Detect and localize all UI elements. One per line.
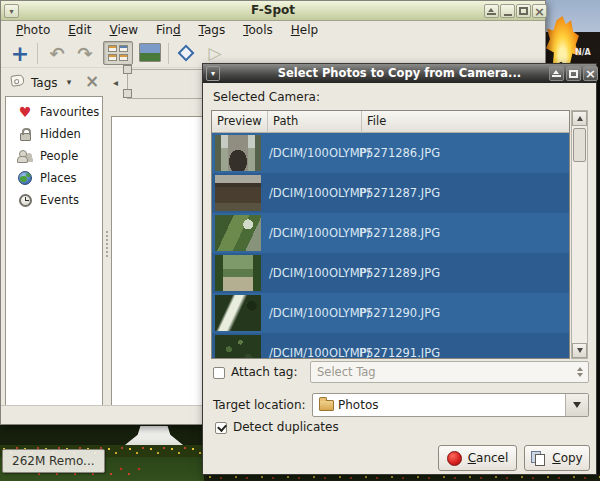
timeline-handle-bottom[interactable]: [123, 89, 132, 98]
cancel-button[interactable]: Cancel: [438, 445, 517, 471]
column-header-preview[interactable]: Preview: [212, 111, 268, 133]
spinner-icon[interactable]: [572, 367, 588, 377]
tag-label: Hidden: [40, 127, 81, 141]
target-location-combo[interactable]: Photos: [312, 393, 589, 417]
cell-path: /DCIM/100OLYMP/: [261, 226, 355, 240]
table-row[interactable]: /DCIM/100OLYMP/ P5271286.JPG: [212, 133, 569, 173]
table-row[interactable]: /DCIM/100OLYMP/ P5271288.JPG: [212, 213, 569, 253]
toolbar-separator: [168, 43, 169, 64]
copy-icon: [531, 451, 546, 466]
main-titlebar[interactable]: F-Spot: [1, 1, 545, 21]
sidebar-close-button[interactable]: ×: [83, 71, 101, 91]
desktop-volume-icon-label[interactable]: 262M Remo...: [2, 449, 105, 473]
browse-view-button[interactable]: [103, 41, 133, 65]
thumbnail-grid-icon: [108, 45, 117, 52]
table-row[interactable]: /DCIM/100OLYMP/ P5271291.JPG: [212, 333, 569, 358]
rotate-left-icon: ↶: [49, 43, 64, 64]
close-button[interactable]: ×: [532, 4, 547, 18]
tag-label: People: [40, 149, 78, 163]
table-header-row: Preview Path File: [212, 111, 569, 133]
dialog-titlebar[interactable]: Select Photos to Copy from Camera...: [203, 64, 596, 83]
table-row[interactable]: /DCIM/100OLYMP/ P5271290.JPG: [212, 293, 569, 333]
maximize-icon: [569, 70, 578, 78]
window-menu-button[interactable]: ▾: [4, 4, 19, 18]
cell-file: P5271289.JPG: [355, 266, 569, 280]
attach-tag-value: Select Tag: [311, 365, 572, 379]
heart-icon: ♥: [19, 105, 32, 119]
timeline-handle-top[interactable]: [123, 65, 132, 74]
tag-icon: [10, 74, 24, 87]
photo-table: Preview Path File /DCIM/100OLYMP/ P52712…: [211, 110, 570, 359]
dialog-title: Select Photos to Copy from Camera...: [203, 64, 596, 82]
tag-label: Favourites: [40, 105, 99, 119]
cell-path: /DCIM/100OLYMP/: [261, 186, 355, 200]
attach-tag-combo[interactable]: Select Tag: [310, 361, 589, 383]
copy-button[interactable]: Copy: [524, 445, 590, 471]
scroll-down-button[interactable]: [572, 343, 587, 358]
scrollbar-thumb[interactable]: [573, 128, 586, 162]
table-row[interactable]: /DCIM/100OLYMP/ P5271287.JPG: [212, 173, 569, 213]
dialog-shade-button[interactable]: [549, 66, 564, 81]
sidebar-dropdown-button[interactable]: ▾: [61, 74, 77, 90]
sidebar-item-events[interactable]: Events: [6, 189, 102, 211]
dialog-close-button[interactable]: ×: [583, 66, 598, 81]
menu-view[interactable]: View: [101, 21, 147, 40]
chevron-down-icon: [573, 402, 581, 408]
minimize-button[interactable]: [500, 4, 515, 18]
rotate-right-button[interactable]: ↷: [71, 40, 99, 66]
detect-duplicates-checkbox[interactable]: [215, 422, 227, 434]
cell-file: P5271286.JPG: [355, 146, 569, 160]
sidebar-item-favourites[interactable]: ♥ Favourites: [6, 101, 102, 123]
copy-label: Copy: [552, 451, 582, 465]
menu-help[interactable]: Help: [282, 21, 327, 40]
attach-tag-checkbox[interactable]: [213, 367, 225, 379]
sidebar-item-places[interactable]: Places: [6, 167, 102, 189]
globe-icon: [18, 171, 32, 185]
menu-edit[interactable]: Edit: [59, 21, 100, 40]
shade-icon: [487, 8, 496, 15]
column-header-path[interactable]: Path: [268, 111, 362, 133]
detect-duplicates-label: Detect duplicates: [233, 420, 339, 434]
maximize-button[interactable]: [516, 4, 531, 18]
table-row[interactable]: /DCIM/100OLYMP/ P5271289.JPG: [212, 253, 569, 293]
combo-dropdown-button[interactable]: [565, 394, 588, 416]
menu-tags[interactable]: Tags: [190, 21, 235, 40]
target-location-value: Photos: [334, 398, 565, 412]
fullscreen-button[interactable]: [175, 42, 197, 63]
dialog-maximize-button[interactable]: [566, 66, 581, 81]
sidebar-header-label: Tags: [31, 76, 58, 90]
cell-path: /DCIM/100OLYMP/: [261, 306, 355, 320]
people-icon: [17, 150, 33, 163]
timeline-left-arrow[interactable]: ◂: [113, 77, 118, 88]
photo-thumbnail: [215, 295, 261, 331]
table-body: /DCIM/100OLYMP/ P5271286.JPG /DCIM/100OL…: [212, 133, 569, 358]
lock-icon: [20, 133, 31, 141]
desktop-meter-label: N/A: [575, 48, 591, 57]
edit-image-button[interactable]: [139, 43, 161, 62]
scroll-up-button[interactable]: [572, 111, 587, 126]
sidebar-item-hidden[interactable]: Hidden: [6, 123, 102, 145]
target-location-label: Target location:: [213, 398, 306, 412]
menubar: Photo Edit View Find Tags Tools Help: [1, 21, 545, 40]
close-icon: ×: [585, 68, 596, 79]
shade-button[interactable]: [484, 4, 499, 18]
sidebar-item-people[interactable]: People: [6, 145, 102, 167]
table-scrollbar[interactable]: [571, 110, 588, 359]
main-window-title: F-Spot: [1, 1, 545, 20]
plus-icon: +: [11, 41, 29, 66]
cell-file: P5271291.JPG: [355, 346, 569, 358]
tag-label: Places: [40, 171, 77, 185]
pane-splitter[interactable]: [103, 96, 111, 406]
selected-camera-label: Selected Camera:: [213, 90, 320, 104]
cell-path: /DCIM/100OLYMP/: [261, 146, 355, 160]
dialog-window-menu-button[interactable]: ▾: [206, 66, 220, 81]
attach-tag-label: Attach tag:: [231, 365, 298, 379]
menu-tools[interactable]: Tools: [234, 21, 282, 40]
menu-photo[interactable]: Photo: [7, 21, 59, 40]
menu-find[interactable]: Find: [147, 21, 190, 40]
column-header-file[interactable]: File: [362, 111, 569, 133]
import-button[interactable]: +: [7, 40, 33, 66]
photo-thumbnail: [215, 175, 261, 211]
rotate-left-button[interactable]: ↶: [43, 40, 71, 66]
wallpaper-bottom-strip: [204, 474, 600, 481]
